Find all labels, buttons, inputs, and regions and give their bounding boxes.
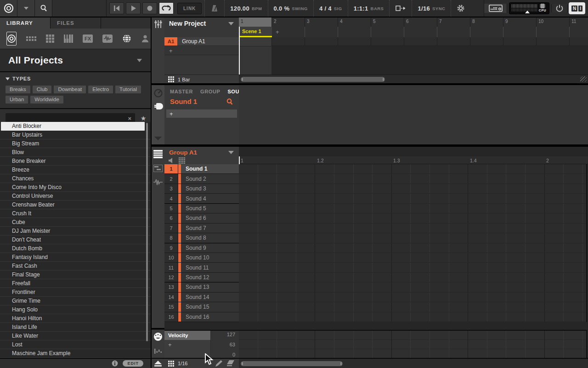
- sound-name[interactable]: Sound 15: [181, 302, 239, 311]
- grid-icon[interactable]: [168, 361, 174, 367]
- result-row[interactable]: Maschine Jam Example: [0, 349, 151, 358]
- result-row[interactable]: Lost: [0, 340, 151, 349]
- plugin-plug-icon[interactable]: [153, 102, 163, 110]
- content-all-button[interactable]: [122, 33, 131, 44]
- loop-button[interactable]: [159, 2, 174, 14]
- ni-logo[interactable]: NI: [569, 2, 585, 14]
- pad-mode-icon[interactable]: [153, 332, 163, 341]
- timeline-bar-cell[interactable]: 11: [570, 17, 588, 27]
- sound-name[interactable]: Sound 10: [181, 253, 239, 262]
- position-display[interactable]: 1:1:1 BARS: [348, 0, 390, 17]
- timeline-bar-cell[interactable]: 3: [305, 17, 338, 27]
- timeline-bar-cell[interactable]: 9: [503, 17, 537, 27]
- type-tag[interactable]: Electro: [88, 86, 113, 93]
- filter-projects-button[interactable]: [6, 32, 17, 46]
- sound-name[interactable]: Sound 4: [181, 194, 239, 203]
- result-row[interactable]: Blow: [0, 148, 151, 157]
- result-row[interactable]: Breeze: [0, 166, 151, 174]
- sound-row[interactable]: 13 Sound 13: [164, 282, 239, 292]
- result-row[interactable]: Cube: [0, 218, 151, 227]
- sync-display[interactable]: 1/16 SYNC: [412, 0, 451, 17]
- sound-name[interactable]: Sound 2: [181, 174, 239, 183]
- filter-sounds-button[interactable]: [46, 33, 54, 44]
- eraser-icon[interactable]: [227, 360, 234, 366]
- sound-row[interactable]: 9 Sound 9: [164, 243, 239, 253]
- arranger-clip-row[interactable]: [239, 37, 588, 46]
- timeline-bar-cell[interactable]: 4: [338, 17, 371, 27]
- arranger-clip-cell-current[interactable]: [239, 37, 271, 46]
- sound-row[interactable]: 7 Sound 7: [164, 224, 239, 233]
- result-row[interactable]: Final Stage: [0, 270, 151, 279]
- add-modulation-button[interactable]: +: [164, 340, 210, 349]
- pattern-group-dropdown[interactable]: Group A1: [164, 147, 239, 156]
- pattern-scroll-thumb[interactable]: [241, 361, 343, 366]
- sound-row[interactable]: 5 Sound 5: [164, 204, 239, 213]
- sound-row[interactable]: 1 Sound 1: [164, 164, 239, 174]
- arranger-playhead[interactable]: [239, 27, 240, 75]
- sound-row[interactable]: 4 Sound 4: [164, 194, 239, 203]
- timeline-bar-cell[interactable]: 2: [272, 17, 305, 27]
- result-row[interactable]: Hang Solo: [0, 305, 151, 314]
- timeline-bar-cell[interactable]: 6: [404, 17, 437, 27]
- sound-name[interactable]: Sound 7: [181, 224, 239, 233]
- type-tag[interactable]: Club: [33, 86, 52, 93]
- sound-row[interactable]: 3 Sound 3: [164, 184, 239, 194]
- type-tag[interactable]: Breaks: [6, 86, 30, 93]
- result-row[interactable]: Crush It: [0, 209, 151, 218]
- timeline-bar-cell[interactable]: 7: [437, 17, 470, 27]
- clear-search-icon[interactable]: ×: [128, 115, 131, 122]
- sound-row[interactable]: 15 Sound 15: [164, 302, 239, 312]
- audio-wave-icon[interactable]: [153, 178, 163, 186]
- result-row[interactable]: Don't Cheat: [0, 236, 151, 244]
- result-row[interactable]: Freefall: [0, 279, 151, 288]
- sound-search-icon[interactable]: [226, 98, 233, 105]
- project-dropdown[interactable]: New Project: [164, 17, 239, 29]
- sound-row[interactable]: 6 Sound 6: [164, 213, 239, 223]
- result-row[interactable]: Bone Breaker: [0, 157, 151, 166]
- result-row[interactable]: Crenshaw Beater: [0, 201, 151, 209]
- signature-display[interactable]: 4 / 4 SIG: [313, 0, 348, 17]
- filter-groups-button[interactable]: [26, 33, 36, 44]
- pads-small-icon[interactable]: [179, 157, 185, 164]
- velocity-bars-icon[interactable]: [154, 347, 162, 354]
- search-input[interactable]: [9, 115, 128, 121]
- type-tag[interactable]: Tutorial: [115, 86, 141, 93]
- play-button[interactable]: [126, 2, 141, 14]
- maschine-logo-button[interactable]: [0, 0, 17, 17]
- record-button[interactable]: [142, 2, 157, 14]
- sound-name[interactable]: Sound 11: [181, 263, 239, 272]
- arranger-scroll-thumb[interactable]: [241, 77, 385, 82]
- result-row[interactable]: Hanoi Hilton: [0, 314, 151, 323]
- link-button[interactable]: LINK: [177, 3, 202, 14]
- result-row[interactable]: Big Stream: [0, 139, 151, 148]
- speaker-icon[interactable]: [169, 158, 175, 163]
- sound-name[interactable]: Sound 14: [181, 293, 239, 302]
- controller-editor-button[interactable]: [484, 4, 507, 13]
- pattern-playhead[interactable]: [239, 156, 240, 164]
- result-row[interactable]: DJ Jam Meister: [0, 227, 151, 236]
- sound-name[interactable]: Sound 8: [181, 233, 239, 242]
- sound-row[interactable]: 12 Sound 12: [164, 273, 239, 282]
- result-row[interactable]: Island Life: [0, 323, 151, 332]
- favorites-star-icon[interactable]: ★: [139, 115, 148, 122]
- sound-name[interactable]: Sound 9: [181, 243, 239, 253]
- eject-icon[interactable]: [154, 361, 162, 367]
- type-tag[interactable]: Urban: [6, 96, 28, 104]
- metronome-segment[interactable]: [204, 0, 224, 17]
- content-user-button[interactable]: [141, 33, 149, 44]
- result-row[interactable]: Anti Blocker: [1, 122, 145, 131]
- filter-samples-button[interactable]: [102, 33, 113, 44]
- group-badge[interactable]: A1: [164, 37, 177, 46]
- tab-files[interactable]: FILES: [51, 17, 101, 29]
- timeline-bar-cell[interactable]: 10: [537, 17, 570, 27]
- tempo-display[interactable]: 120.00 BPM: [224, 0, 267, 17]
- velocity-grid[interactable]: [239, 330, 587, 358]
- arranger-hscrollbar[interactable]: [239, 75, 588, 84]
- results-scrollbar[interactable]: [146, 123, 148, 341]
- timeline-bar-cell[interactable]: 1: [239, 17, 272, 27]
- sound-row[interactable]: 2 Sound 2: [164, 174, 239, 184]
- mixer-icon[interactable]: [154, 20, 162, 28]
- result-row[interactable]: Fast Cash: [0, 262, 151, 270]
- sound-name[interactable]: Sound 3: [181, 184, 239, 193]
- add-scene-button[interactable]: +: [272, 27, 305, 37]
